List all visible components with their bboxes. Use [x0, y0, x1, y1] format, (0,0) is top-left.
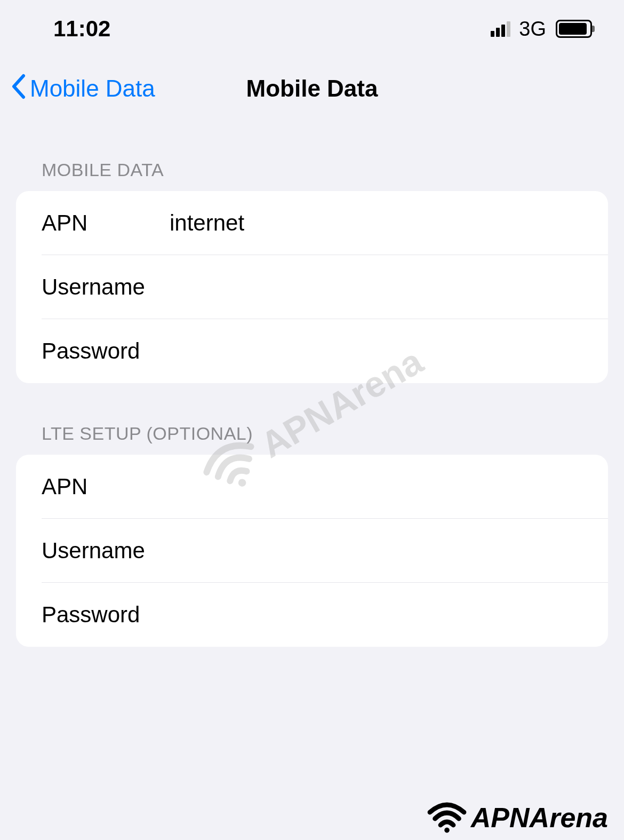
section-lte-setup: LTE SETUP (OPTIONAL) APN Username Passwo…	[0, 423, 624, 647]
row-label: Password	[42, 602, 170, 628]
back-label: Mobile Data	[30, 75, 155, 102]
row-password[interactable]: Password	[16, 583, 608, 647]
apn-input[interactable]	[170, 474, 582, 500]
username-input[interactable]	[170, 274, 582, 300]
section-header: MOBILE DATA	[0, 160, 624, 191]
section-header: LTE SETUP (OPTIONAL)	[0, 423, 624, 455]
section-body: APN Username Password	[16, 455, 608, 647]
wifi-icon	[426, 799, 468, 836]
section-mobile-data: MOBILE DATA APN Username Password	[0, 160, 624, 383]
password-input[interactable]	[170, 602, 582, 628]
status-bar: 11:02 3G	[0, 0, 624, 52]
status-time: 11:02	[53, 16, 110, 42]
back-button[interactable]: Mobile Data	[11, 74, 155, 104]
watermark-bottom: APNArena	[426, 799, 608, 836]
row-username[interactable]: Username	[42, 519, 608, 583]
navigation-bar: Mobile Data Mobile Data	[0, 52, 624, 120]
svg-point-1	[444, 828, 450, 833]
section-body: APN Username Password	[16, 191, 608, 383]
chevron-left-icon	[11, 74, 26, 104]
status-indicators: 3G	[491, 18, 592, 41]
apn-input[interactable]	[170, 210, 582, 236]
row-password[interactable]: Password	[16, 319, 608, 383]
row-label: APN	[42, 210, 170, 236]
signal-strength-icon	[491, 21, 510, 37]
password-input[interactable]	[170, 338, 582, 364]
row-label: Password	[42, 338, 170, 364]
row-label: Username	[42, 538, 170, 564]
row-username[interactable]: Username	[42, 255, 608, 319]
row-label: APN	[42, 474, 170, 500]
row-apn[interactable]: APN	[42, 191, 608, 255]
watermark-text: APNArena	[471, 802, 608, 834]
battery-icon	[556, 20, 592, 38]
row-label: Username	[42, 274, 170, 300]
username-input[interactable]	[170, 538, 582, 564]
network-type: 3G	[519, 18, 546, 41]
row-apn[interactable]: APN	[42, 455, 608, 519]
page-title: Mobile Data	[246, 75, 378, 102]
